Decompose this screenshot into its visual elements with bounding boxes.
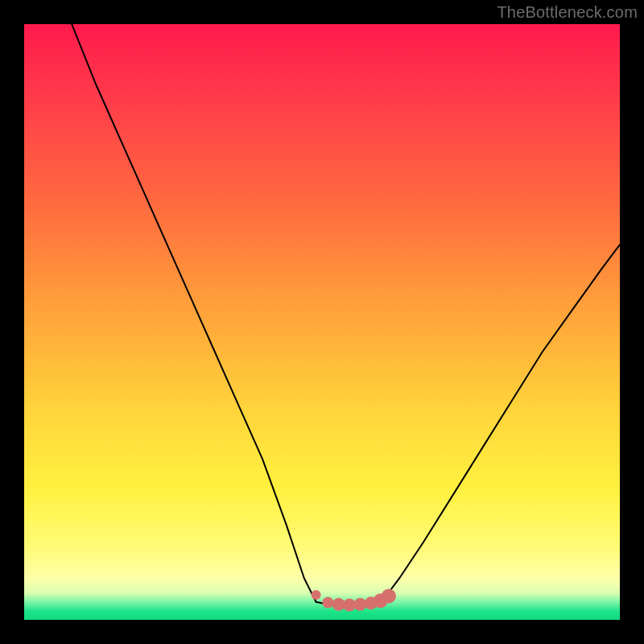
marker-layer — [312, 588, 396, 611]
valley-dot-0 — [312, 590, 321, 600]
plot-area — [24, 24, 620, 620]
valley-dot-1 — [322, 597, 333, 609]
valley-dot-7 — [382, 588, 396, 603]
watermark-text: TheBottleneck.com — [497, 3, 638, 22]
series-right-branch — [382, 245, 620, 602]
chart-svg — [24, 24, 620, 620]
series-left-branch — [72, 24, 316, 602]
curve-layer — [72, 24, 620, 605]
chart-frame: TheBottleneck.com — [0, 0, 644, 644]
